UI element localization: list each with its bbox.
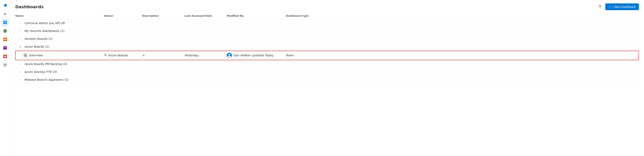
group-label-azure-devops-fte[interactable]: Azure DevOps FTE (3) <box>24 70 57 74</box>
sidebar <box>0 0 10 156</box>
overview-name-cell: Overview <box>15 54 104 57</box>
group-label-favorites[interactable]: My favorite dashboards (1) <box>24 29 64 33</box>
overview-label[interactable]: Overview <box>29 54 43 57</box>
group-row-continue: › Continue where you left off <box>15 19 639 27</box>
svg-rect-10 <box>24 54 25 55</box>
new-dashboard-label: + New Dashboard <box>612 5 636 9</box>
group-label-pm-backlog[interactable]: Azure Boards PM Backlog (4) <box>24 62 67 66</box>
group-name-favorites: › My favorite dashboards (1) <box>15 29 104 33</box>
svg-rect-13 <box>26 56 27 57</box>
new-dashboard-plus: + <box>609 5 610 9</box>
chevron-right-icon[interactable]: › <box>20 70 23 73</box>
chevron-right-icon[interactable]: › <box>20 30 23 33</box>
group-row-azure-devops-fte: › Azure DevOps FTE (3) <box>15 68 639 76</box>
add-icon[interactable] <box>1 10 9 18</box>
group-label-azure-boards[interactable]: Azure Boards (1) <box>24 45 49 48</box>
header-actions: + + New Dashboard <box>597 4 639 10</box>
page-title: Dashboards <box>15 4 44 9</box>
group-label-akvelon[interactable]: Akvelon Boards (1) <box>24 37 53 41</box>
chevron-right-icon[interactable]: › <box>20 63 23 66</box>
pipelines-icon[interactable] <box>1 36 9 43</box>
svg-point-17 <box>228 54 230 56</box>
svg-rect-0 <box>4 21 5 22</box>
group-name-azure-boards: ∨ Azure Boards (1) <box>15 45 104 48</box>
group-name-release-branch: › Release Branch Approvers (1) <box>15 78 104 81</box>
svg-rect-3 <box>5 23 7 24</box>
star-icon[interactable]: ★ <box>142 53 145 57</box>
group-name-azure-devops-fte: › Azure DevOps FTE (3) <box>15 70 104 74</box>
col-modified-by: Modified By <box>227 15 286 17</box>
repos-icon[interactable] <box>1 27 9 35</box>
svg-rect-1 <box>5 21 7 22</box>
owner-people-icon <box>104 54 107 57</box>
col-description: Description <box>142 15 184 17</box>
dashboard-grid-icon <box>24 54 27 57</box>
group-name-continue: › Continue where you left off <box>15 21 104 25</box>
dashboards-table: Name Owner Description Last Accessed Dat… <box>10 10 644 156</box>
group-row-azure-boards: ∨ Azure Boards (1) <box>15 43 639 51</box>
svg-point-6 <box>4 39 6 40</box>
svg-rect-2 <box>4 23 5 24</box>
overview-modified-by: Dan Hellem updated Today <box>227 53 286 58</box>
svg-rect-11 <box>26 54 27 55</box>
overview-owner-label: Azure Boards <box>108 54 128 57</box>
avatar <box>227 53 232 58</box>
overview-star-cell: ★ <box>142 53 184 57</box>
chevron-down-icon[interactable]: ∨ <box>20 45 23 48</box>
group-row-pm-backlog: › Azure Boards PM Backlog (4) <box>15 60 639 68</box>
page-header: Dashboards + + New Dashboard <box>10 0 644 10</box>
artifacts-icon[interactable] <box>1 53 9 60</box>
filter-button[interactable] <box>597 4 603 10</box>
col-last-accessed: Last Accessed Date <box>184 15 227 17</box>
svg-point-15 <box>106 54 106 55</box>
group-name-pm-backlog: › Azure Boards PM Backlog (4) <box>15 62 104 66</box>
azure-devops-icon[interactable] <box>1 2 9 9</box>
main-content: Dashboards + + New Dashboard Name Owner … <box>10 0 644 156</box>
svg-point-9 <box>4 64 6 66</box>
col-dashboard-type: Dashboard type <box>286 15 328 17</box>
dashboard-row-overview: Overview Azure Boards ★ <box>15 51 639 60</box>
test-icon[interactable] <box>1 44 9 52</box>
table-header: Name Owner Description Last Accessed Dat… <box>15 13 639 19</box>
svg-rect-12 <box>24 56 25 57</box>
group-name-akvelon: › Akvelon Boards (1) <box>15 37 104 41</box>
chevron-right-icon[interactable]: › <box>20 78 23 81</box>
overview-last-accessed: Yesterday <box>184 54 227 57</box>
group-label-continue[interactable]: Continue where you left off <box>24 21 65 25</box>
chevron-right-icon[interactable]: › <box>20 37 23 40</box>
group-row-release-branch: › Release Branch Approvers (1) <box>15 76 639 84</box>
group-row-favorites: › My favorite dashboards (1) <box>15 27 639 35</box>
overview-owner-cell: Azure Boards <box>104 54 142 57</box>
modified-by-label: Dan Hellem updated Today <box>234 54 274 57</box>
group-row-akvelon: › Akvelon Boards (1) <box>15 35 639 43</box>
new-dashboard-button[interactable]: + + New Dashboard <box>605 4 639 10</box>
chevron-right-icon[interactable]: › <box>20 22 23 25</box>
col-owner: Owner <box>104 15 142 17</box>
group-label-release-branch[interactable]: Release Branch Approvers (1) <box>24 78 69 81</box>
overview-dashboard-type: Team <box>286 54 328 57</box>
col-name: Name <box>15 15 104 17</box>
settings-icon[interactable] <box>1 61 9 69</box>
boards-icon[interactable] <box>1 19 9 26</box>
svg-point-14 <box>105 54 106 55</box>
